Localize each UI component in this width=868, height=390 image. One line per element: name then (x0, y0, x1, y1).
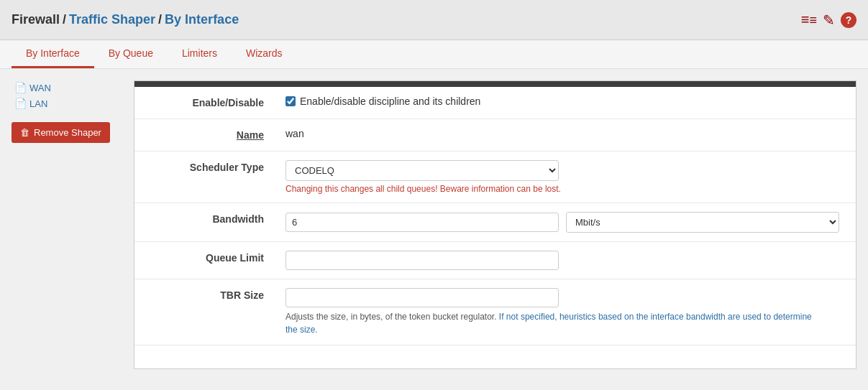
enable-control: Enable/disable discipline and its childr… (285, 96, 841, 107)
sidebar-item-lan[interactable]: 📄 LAN (12, 96, 134, 111)
footer-row (134, 345, 856, 369)
panel-header-bar (134, 81, 856, 87)
bandwidth-row: Bandwidth Mbit/s Kbit/s Bit/s (134, 203, 856, 242)
breadcrumb-traffic-shaper[interactable]: Traffic Shaper (69, 12, 155, 27)
tab-limiters[interactable]: Limiters (168, 40, 232, 68)
enable-label: Enable/Disable (134, 87, 278, 119)
queue-limit-label: Queue Limit (134, 242, 278, 279)
name-value: wan (285, 128, 304, 139)
tbr-size-row: TBR Size Adjusts the size, in bytes, of … (134, 279, 856, 345)
scheduler-hint: Changing this changes all child queues! … (285, 184, 841, 194)
tab-by-queue[interactable]: By Queue (94, 40, 168, 68)
breadcrumb-by-interface[interactable]: By Interface (165, 12, 239, 27)
breadcrumb-firewall: Firewall (12, 12, 60, 27)
sidebar: 📄 WAN 📄 LAN 🗑 Remove Shaper (12, 80, 134, 369)
page-header: Firewall / Traffic Shaper / By Interface… (0, 0, 868, 40)
help-icon[interactable]: ? (841, 12, 856, 28)
remove-shaper-button[interactable]: 🗑 Remove Shaper (12, 122, 110, 143)
tbr-size-input[interactable] (285, 288, 559, 307)
bandwidth-controls: Mbit/s Kbit/s Bit/s (285, 212, 841, 233)
sidebar-label-wan: WAN (29, 83, 51, 93)
form-table: Enable/Disable Enable/disable discipline… (134, 87, 856, 368)
content-panel: Enable/Disable Enable/disable discipline… (134, 80, 856, 369)
tab-wizards[interactable]: Wizards (232, 40, 297, 68)
bandwidth-unit-select[interactable]: Mbit/s Kbit/s Bit/s (566, 212, 839, 233)
file-icon-lan: 📄 (14, 98, 27, 109)
bandwidth-label: Bandwidth (134, 203, 278, 242)
tbr-hint-part1: Adjusts the size, in bytes, of the token… (285, 312, 497, 322)
enable-checkbox[interactable] (285, 96, 296, 106)
chart-icon[interactable]: ✎ (823, 11, 835, 29)
name-row: Name wan (134, 119, 856, 152)
enable-row: Enable/Disable Enable/disable discipline… (134, 87, 856, 119)
queue-limit-input[interactable] (285, 251, 559, 270)
settings-icon[interactable]: ≡ (801, 11, 817, 28)
sidebar-item-wan[interactable]: 📄 WAN (12, 80, 134, 95)
trash-icon: 🗑 (20, 127, 29, 138)
remove-shaper-label: Remove Shaper (34, 127, 101, 138)
name-label: Name (134, 119, 278, 152)
scheduler-select[interactable]: CODELQ HFSC PRIQ CBQ FAIRQ (285, 160, 559, 181)
scheduler-label: Scheduler Type (134, 152, 278, 203)
queue-limit-row: Queue Limit (134, 242, 856, 279)
enable-text: Enable/disable discipline and its childr… (300, 96, 480, 107)
file-icon-wan: 📄 (14, 82, 27, 93)
tab-by-interface[interactable]: By Interface (12, 40, 94, 68)
tbr-size-label: TBR Size (134, 279, 278, 345)
main-layout: 📄 WAN 📄 LAN 🗑 Remove Shaper Enable/Disab… (0, 69, 868, 381)
bandwidth-input[interactable] (285, 213, 559, 232)
scheduler-row: Scheduler Type CODELQ HFSC PRIQ CBQ FAIR… (134, 152, 856, 203)
sidebar-label-lan: LAN (29, 98, 47, 109)
tabs-bar: By Interface By Queue Limiters Wizards (0, 40, 868, 69)
header-icons: ≡ ✎ ? (801, 11, 856, 29)
breadcrumb: Firewall / Traffic Shaper / By Interface (12, 12, 239, 27)
tbr-hint: Adjusts the size, in bytes, of the token… (285, 310, 825, 336)
